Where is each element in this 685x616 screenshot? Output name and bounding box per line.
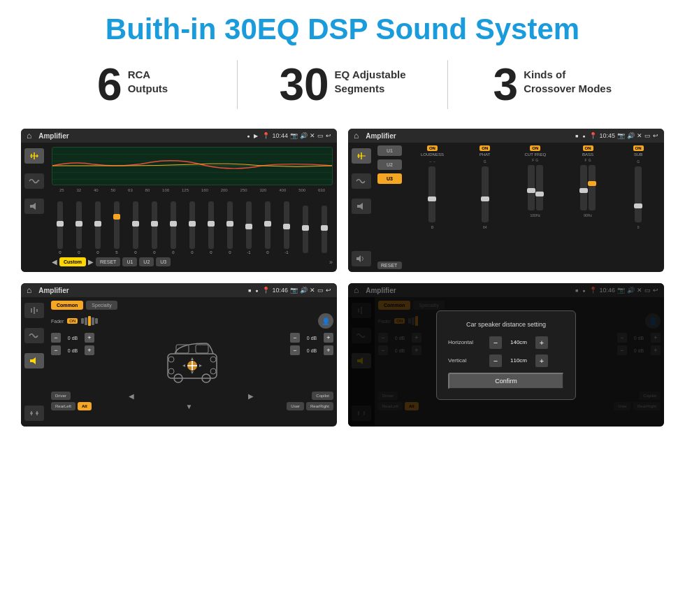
- dialog-vertical-plus[interactable]: +: [535, 354, 548, 367]
- bass-on-badge[interactable]: ON: [583, 145, 593, 151]
- dialog-vertical-minus[interactable]: −: [489, 354, 502, 367]
- eq-sidebar-speaker[interactable]: [24, 199, 44, 214]
- dialog-horizontal-minus[interactable]: −: [489, 336, 502, 349]
- db-plus-1[interactable]: +: [85, 333, 94, 343]
- eq-slider-track-250[interactable]: [246, 201, 252, 249]
- eq-sidebar-wave[interactable]: [24, 173, 44, 189]
- cutfreq-slider1[interactable]: [528, 165, 535, 210]
- eq-u2-btn[interactable]: U2: [139, 257, 154, 266]
- speaker-sidebar-speaker[interactable]: [24, 353, 44, 368]
- eq-slider-track-32[interactable]: [76, 201, 82, 249]
- sub-on-badge[interactable]: ON: [633, 145, 644, 151]
- db-minus-2[interactable]: −: [51, 345, 61, 355]
- crossover-sidebar-volume[interactable]: [352, 251, 371, 266]
- dialog-confirm-button[interactable]: Confirm: [448, 373, 564, 389]
- eq-sidebar: [21, 143, 48, 272]
- loudness-on-badge[interactable]: ON: [427, 145, 438, 151]
- eq-slider-track-80[interactable]: [152, 201, 157, 249]
- eq-slider-100: 0: [171, 201, 176, 255]
- speaker-sidebar-eq[interactable]: [24, 303, 44, 318]
- speaker-arrow-left[interactable]: ◀: [73, 392, 190, 400]
- speaker-arrow-down[interactable]: ▼: [94, 402, 285, 410]
- eq-u1-btn[interactable]: U1: [122, 257, 137, 266]
- db-minus-1[interactable]: −: [51, 333, 61, 343]
- speaker-tab-common[interactable]: Common: [51, 301, 83, 310]
- eq-u3-btn[interactable]: U3: [156, 257, 171, 266]
- cutfreq-slider2[interactable]: [536, 165, 543, 210]
- svg-point-29: [210, 357, 216, 362]
- eq-slider-track-320[interactable]: [265, 201, 271, 249]
- eq-slider-track-400[interactable]: [284, 201, 289, 249]
- crossover-preset-u2[interactable]: U2: [377, 159, 402, 170]
- eq-slider-track-25[interactable]: [57, 201, 63, 249]
- speaker-btn-rearright[interactable]: RearRight: [306, 402, 333, 410]
- phat-on-badge[interactable]: ON: [480, 145, 490, 151]
- loudness-slider[interactable]: [428, 166, 435, 222]
- eq-preset-custom[interactable]: Custom: [59, 257, 86, 266]
- pin-icon-2: 📍: [589, 132, 597, 139]
- eq-slider-track-630[interactable]: [322, 206, 327, 253]
- db-value-3: 0 dB: [302, 336, 322, 341]
- db-plus-4[interactable]: +: [324, 345, 333, 355]
- db-minus-3[interactable]: −: [290, 333, 300, 343]
- home-icon-3[interactable]: ⌂: [27, 285, 31, 295]
- home-icon-2[interactable]: ⌂: [354, 131, 359, 141]
- crossover-sidebar-speaker[interactable]: [352, 199, 371, 214]
- topbar-icons-2: 📍 10:45 📷 🔊 ✕ ▭ ↩: [589, 132, 658, 139]
- speaker-btn-all[interactable]: All: [78, 402, 92, 410]
- stat-eq: 30 EQ AdjustableSegments: [252, 62, 433, 107]
- eq-more-icon[interactable]: »: [329, 259, 333, 266]
- speaker-btn-rearleft[interactable]: RearLeft: [51, 402, 75, 410]
- eq-prev-icon[interactable]: ◀: [52, 258, 57, 266]
- speaker-tabs: Common Specialty: [51, 301, 333, 310]
- db-value-2: 0 dB: [63, 348, 82, 353]
- crossover-sidebar: [348, 143, 375, 272]
- eq-main-panel: 2532405063 80100125160200 25032040050063…: [48, 143, 337, 272]
- speaker-arrow-right[interactable]: ▶: [192, 392, 310, 400]
- svg-rect-14: [357, 205, 360, 208]
- crossover-sidebar-wave[interactable]: [352, 173, 371, 189]
- bass-slider2[interactable]: [589, 165, 596, 210]
- eq-next-icon[interactable]: ▶: [88, 258, 94, 266]
- crossover-preset-u3[interactable]: U3: [377, 173, 402, 184]
- cutfreq-on-badge[interactable]: ON: [530, 145, 540, 151]
- speaker-btn-copilot[interactable]: Copilot: [312, 392, 333, 400]
- speaker-btn-user[interactable]: User: [287, 402, 304, 410]
- crossover-reset-btn[interactable]: RESET: [377, 262, 402, 269]
- eq-slider-track-160[interactable]: [208, 201, 214, 249]
- db-minus-4[interactable]: −: [290, 345, 300, 355]
- dialog-horizontal-value: 140cm: [505, 339, 533, 345]
- stat-divider-1: [237, 60, 238, 109]
- eq-slider-track-200[interactable]: [227, 201, 233, 249]
- eq-content: 2532405063 80100125160200 25032040050063…: [21, 143, 337, 272]
- eq-slider-track-50[interactable]: [114, 201, 120, 249]
- dialog-horizontal-plus[interactable]: +: [535, 336, 548, 349]
- eq-slider-200: 0: [227, 201, 233, 255]
- speaker-tab-specialty[interactable]: Specialty: [86, 301, 117, 310]
- speaker-sidebar-arrows[interactable]: [24, 406, 44, 421]
- phat-slider[interactable]: [482, 166, 489, 222]
- svg-marker-38: [199, 364, 202, 367]
- topbar-title-crossover: Amplifier: [366, 132, 571, 140]
- eq-slider-track-500[interactable]: [303, 206, 308, 253]
- eq-slider-track-40[interactable]: [95, 201, 101, 249]
- eq-freq-labels: 2532405063 80100125160200 25032040050063…: [52, 188, 333, 192]
- crossover-content: U1 U2 U3 RESET ON LOUDNESS ~ ~: [348, 143, 664, 272]
- fader-on-badge[interactable]: ON: [67, 318, 78, 324]
- crossover-preset-u1[interactable]: U1: [377, 145, 402, 156]
- sub-slider[interactable]: [635, 166, 642, 222]
- eq-reset-btn[interactable]: RESET: [96, 257, 120, 266]
- eq-sidebar-equalizer[interactable]: [24, 148, 44, 164]
- crossover-sidebar-eq[interactable]: [352, 148, 371, 164]
- db-plus-2[interactable]: +: [85, 345, 94, 355]
- db-plus-3[interactable]: +: [324, 333, 333, 343]
- speaker-sidebar-wave[interactable]: [24, 328, 44, 343]
- bass-slider1[interactable]: [580, 165, 587, 210]
- eq-slider-track-100[interactable]: [171, 201, 176, 249]
- eq-slider-track-125[interactable]: [189, 201, 195, 249]
- speaker-btn-driver[interactable]: Driver: [51, 392, 71, 400]
- home-icon[interactable]: ⌂: [27, 131, 31, 141]
- svg-rect-4: [30, 205, 33, 208]
- eq-slider-track-63[interactable]: [133, 201, 138, 249]
- fader-user-icon[interactable]: 👤: [318, 313, 333, 329]
